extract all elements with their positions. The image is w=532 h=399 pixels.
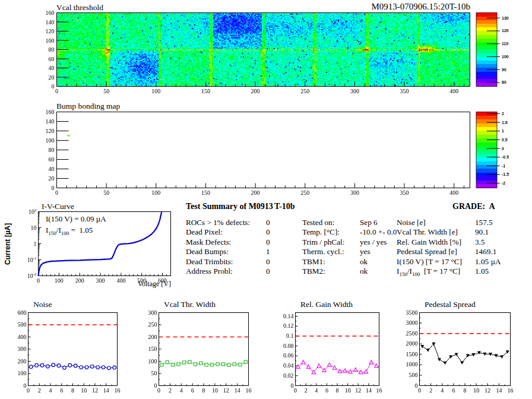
vcal-width-plot-xtick: 0: [157, 387, 160, 394]
pedestal-plot-marker: [495, 354, 498, 357]
noise-plot-ytick: 300: [18, 346, 27, 352]
bump-map-title: Bump bonding map: [56, 102, 120, 111]
vcal-width-plot-marker: [177, 363, 180, 366]
bump-map-ytick: 100: [46, 137, 55, 144]
vcal-width-plot-marker: [244, 360, 247, 363]
gain-width-plot-marker: [328, 363, 331, 366]
summary-row: Trim / phCal:yes / yes: [302, 238, 394, 247]
gain-width-plot-xtick: 2: [305, 387, 308, 394]
gain-width-plot-ytick: 0.04: [283, 362, 294, 369]
gain-width-plot-xtick: 4: [315, 387, 318, 394]
vcal-map-ytick: 160: [46, 10, 55, 16]
pedestal-plot-series-line: [422, 344, 507, 363]
noise-plot-ytick: 0: [24, 382, 27, 389]
gain-width-plot-xtick: 16: [376, 387, 382, 394]
bump-map-ytick: 120: [46, 128, 55, 134]
gain-width-plot-ytick: 0.02: [283, 372, 294, 379]
pedestal-plot-xtick: 0: [418, 387, 421, 394]
vcal-map-colorbar-tick: 100: [502, 55, 509, 59]
noise-plot-xtick: 12: [92, 387, 98, 394]
grade-value: A: [489, 202, 495, 211]
pedestal-plot-ytick: 2000: [406, 340, 418, 347]
vcal-map-colorbar-tick: 120: [502, 28, 509, 33]
iv-ytick: 10: [31, 224, 37, 231]
pedestal-plot-xtick: 8: [464, 387, 467, 394]
bump-map-colorbar-tick: 0.5: [502, 138, 508, 142]
summary-row: Dead Bumps:1: [186, 247, 296, 256]
noise-plot-ytick: 600: [18, 309, 27, 316]
summary-row: Rel. Gain Width [%]3.5: [397, 238, 530, 247]
bump-map-xtick: 350: [400, 189, 409, 196]
summary-row: TBM2:ok: [302, 267, 394, 276]
pedestal-plot-ytick: 3000: [406, 319, 418, 326]
noise-plot-marker: [52, 363, 55, 367]
pedestal-plot-xtick: 16: [508, 387, 514, 394]
iv-ytick: 10-1: [27, 256, 37, 263]
noise-plot-marker: [74, 364, 77, 368]
vcal-map-ytick: 40: [49, 65, 55, 71]
bump-map-colorbar-tick: 1: [502, 129, 504, 133]
vcal-width-plot-title: Vcal Thr. Width: [164, 300, 216, 309]
noise-plot-title: Noise: [33, 300, 52, 309]
iv-x-axis-label: Voltage [V]: [111, 280, 171, 289]
bump-map-xtick: 100: [151, 189, 160, 196]
vcal-width-plot-marker: [233, 363, 236, 366]
vcal-map-ytick: 0: [52, 83, 55, 90]
vcal-width-plot-xtick: 2: [169, 387, 172, 394]
bump-map-frame: [57, 112, 470, 188]
bump-map-xtick: 200: [251, 189, 260, 196]
gain-width-plot-marker: [343, 369, 347, 372]
summary-row: I150/I100 [T = 17 °C]1.05: [397, 267, 530, 279]
vcal-width-plot-frame: [159, 313, 249, 386]
vcal-width-plot-ytick: 0: [154, 382, 157, 389]
pedestal-plot-marker: [444, 362, 447, 365]
vcal-map-xtick: 0: [55, 88, 58, 94]
noise-plot-marker: [35, 363, 39, 367]
vcal-map-colorbar-tick: 80: [502, 80, 506, 84]
bump-map-xtick: 250: [300, 189, 309, 196]
pedestal-plot-xtick: 14: [496, 387, 502, 394]
vcal-width-plot-marker: [171, 363, 174, 366]
gain-width-plot-title: Rel. Gain Width: [300, 300, 353, 309]
pedestal-plot-xtick: 12: [484, 387, 490, 394]
noise-plot-marker: [68, 363, 72, 367]
vcal-width-plot-xtick: 6: [191, 387, 194, 394]
noise-plot-ytick: 100: [18, 370, 27, 376]
bump-map-colorbar-tick: 1.5: [502, 121, 508, 125]
summary-row: ROCs > 1% defects:0: [186, 218, 296, 227]
gain-width-plot-ytick: 0.14: [283, 313, 294, 319]
iv-xtick: 0: [37, 277, 40, 284]
noise-plot-xtick: 0: [27, 387, 30, 394]
pedestal-plot-marker: [449, 356, 452, 359]
noise-plot-ytick: 500: [18, 321, 27, 328]
vcal-map-ytick: 80: [49, 46, 55, 53]
vcal-width-plot-marker: [194, 363, 197, 366]
summary-col-results: Noise [e]157.5 Vcal Thr. Width [e]90.1 R…: [397, 218, 530, 279]
vcal-map-xtick: 400: [449, 88, 458, 94]
grade: GRADE: A: [452, 202, 495, 211]
noise-plot-marker: [46, 365, 50, 368]
vcal-width-plot-marker: [205, 363, 208, 366]
vcal-width-plot-marker: [211, 363, 214, 366]
pedestal-plot-marker: [432, 343, 435, 346]
bump-map-xtick: 400: [449, 189, 458, 196]
pedestal-plot-marker: [466, 354, 470, 357]
summary-title: Test Summary of M0913: [186, 202, 273, 211]
vcal-map-xtick: 100: [151, 88, 160, 94]
bump-map-ytick: 20: [49, 175, 55, 182]
vcal-width-plot-ytick: 50: [151, 370, 157, 376]
bump-map-xtick: 300: [350, 189, 359, 196]
pedestal-plot-xtick: 6: [452, 387, 455, 394]
gain-width-plot-marker: [354, 368, 357, 371]
pedestal-plot-xtick: 10: [473, 387, 479, 394]
vcal-map-ytick: 100: [46, 37, 55, 44]
vcal-width-plot-ytick: 100: [148, 358, 157, 365]
vcal-map-ytick: 60: [49, 56, 55, 62]
pedestal-plot-title: Pedestal Spread: [425, 300, 476, 309]
summary-row: Dead Trimbits:0: [186, 257, 296, 267]
gain-width-plot-marker: [306, 365, 310, 368]
noise-plot-marker: [40, 363, 44, 367]
vcal-width-plot-xtick: 10: [212, 387, 218, 394]
bump-map-colorbar-tick: -2: [502, 181, 505, 185]
gain-width-plot-series-line: [298, 362, 376, 372]
